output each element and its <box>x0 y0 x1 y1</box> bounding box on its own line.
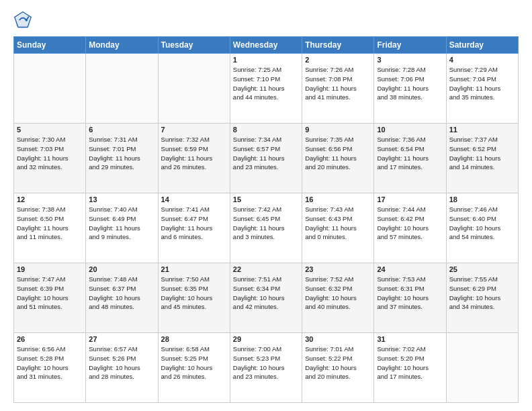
calendar-cell: 29Sunrise: 7:00 AM Sunset: 5:23 PM Dayli… <box>230 333 302 403</box>
day-info: Sunrise: 7:46 AM Sunset: 6:40 PM Dayligh… <box>449 205 515 242</box>
calendar-cell: 28Sunrise: 6:58 AM Sunset: 5:25 PM Dayli… <box>158 333 230 403</box>
day-number: 9 <box>305 126 371 134</box>
day-info: Sunrise: 7:48 AM Sunset: 6:37 PM Dayligh… <box>89 275 154 312</box>
day-info: Sunrise: 7:38 AM Sunset: 6:50 PM Dayligh… <box>17 205 83 242</box>
calendar-week-row: 1Sunrise: 7:25 AM Sunset: 7:10 PM Daylig… <box>14 54 519 124</box>
day-number: 30 <box>305 335 371 343</box>
day-number: 1 <box>233 56 299 64</box>
calendar-header-row: SundayMondayTuesdayWednesdayThursdayFrid… <box>14 37 519 54</box>
calendar-cell: 30Sunrise: 7:01 AM Sunset: 5:22 PM Dayli… <box>302 333 374 403</box>
calendar-header-thursday: Thursday <box>302 37 374 54</box>
day-info: Sunrise: 6:56 AM Sunset: 5:28 PM Dayligh… <box>17 345 83 381</box>
calendar-cell <box>14 54 86 124</box>
day-info: Sunrise: 7:34 AM Sunset: 6:57 PM Dayligh… <box>233 135 299 172</box>
header <box>13 11 519 30</box>
day-number: 17 <box>377 195 443 203</box>
calendar-header-monday: Monday <box>86 37 158 54</box>
calendar-cell: 19Sunrise: 7:47 AM Sunset: 6:39 PM Dayli… <box>14 263 86 333</box>
day-number: 11 <box>449 126 515 134</box>
day-number: 19 <box>17 265 83 273</box>
day-number: 3 <box>377 56 443 64</box>
calendar-cell: 6Sunrise: 7:31 AM Sunset: 7:01 PM Daylig… <box>86 124 158 193</box>
day-info: Sunrise: 7:30 AM Sunset: 7:03 PM Dayligh… <box>17 135 83 172</box>
calendar-cell: 27Sunrise: 6:57 AM Sunset: 5:26 PM Dayli… <box>86 333 158 403</box>
calendar-cell: 1Sunrise: 7:25 AM Sunset: 7:10 PM Daylig… <box>230 54 302 124</box>
day-info: Sunrise: 7:55 AM Sunset: 6:29 PM Dayligh… <box>449 275 515 312</box>
calendar-week-row: 12Sunrise: 7:38 AM Sunset: 6:50 PM Dayli… <box>14 193 519 263</box>
calendar-cell: 11Sunrise: 7:37 AM Sunset: 6:52 PM Dayli… <box>446 124 518 193</box>
svg-point-2 <box>26 19 28 21</box>
day-info: Sunrise: 7:02 AM Sunset: 5:20 PM Dayligh… <box>377 345 443 381</box>
calendar-cell: 7Sunrise: 7:32 AM Sunset: 6:59 PM Daylig… <box>158 124 230 193</box>
calendar-cell: 26Sunrise: 6:56 AM Sunset: 5:28 PM Dayli… <box>14 333 86 403</box>
day-info: Sunrise: 7:44 AM Sunset: 6:42 PM Dayligh… <box>377 205 443 242</box>
calendar-cell <box>446 333 518 403</box>
day-info: Sunrise: 7:36 AM Sunset: 6:54 PM Dayligh… <box>377 135 443 172</box>
day-number: 15 <box>233 195 299 203</box>
day-number: 12 <box>17 195 83 203</box>
calendar-table: SundayMondayTuesdayWednesdayThursdayFrid… <box>13 36 519 403</box>
day-number: 2 <box>305 56 371 64</box>
calendar-cell: 25Sunrise: 7:55 AM Sunset: 6:29 PM Dayli… <box>446 263 518 333</box>
day-number: 27 <box>89 335 154 343</box>
day-number: 14 <box>161 195 227 203</box>
calendar-header-saturday: Saturday <box>446 37 518 54</box>
calendar-cell: 13Sunrise: 7:40 AM Sunset: 6:49 PM Dayli… <box>86 193 158 263</box>
calendar-week-row: 26Sunrise: 6:56 AM Sunset: 5:28 PM Dayli… <box>14 333 519 403</box>
day-info: Sunrise: 7:25 AM Sunset: 7:10 PM Dayligh… <box>233 65 299 102</box>
calendar-header-tuesday: Tuesday <box>158 37 230 54</box>
day-number: 6 <box>89 126 154 134</box>
day-info: Sunrise: 6:57 AM Sunset: 5:26 PM Dayligh… <box>89 345 154 381</box>
calendar-cell: 23Sunrise: 7:52 AM Sunset: 6:32 PM Dayli… <box>302 263 374 333</box>
day-number: 21 <box>161 265 227 273</box>
calendar-cell: 31Sunrise: 7:02 AM Sunset: 5:20 PM Dayli… <box>374 333 446 403</box>
calendar-header-friday: Friday <box>374 37 446 54</box>
day-info: Sunrise: 7:00 AM Sunset: 5:23 PM Dayligh… <box>233 345 299 381</box>
day-info: Sunrise: 7:31 AM Sunset: 7:01 PM Dayligh… <box>89 135 154 172</box>
calendar-cell: 2Sunrise: 7:26 AM Sunset: 7:08 PM Daylig… <box>302 54 374 124</box>
day-info: Sunrise: 7:32 AM Sunset: 6:59 PM Dayligh… <box>161 135 227 172</box>
day-info: Sunrise: 6:58 AM Sunset: 5:25 PM Dayligh… <box>161 345 227 381</box>
day-info: Sunrise: 7:53 AM Sunset: 6:31 PM Dayligh… <box>377 275 443 312</box>
day-number: 7 <box>161 126 227 134</box>
calendar-cell: 16Sunrise: 7:43 AM Sunset: 6:43 PM Dayli… <box>302 193 374 263</box>
day-number: 16 <box>305 195 371 203</box>
day-number: 24 <box>377 265 443 273</box>
calendar-cell: 3Sunrise: 7:28 AM Sunset: 7:06 PM Daylig… <box>374 54 446 124</box>
day-number: 23 <box>305 265 371 273</box>
calendar-cell: 9Sunrise: 7:35 AM Sunset: 6:56 PM Daylig… <box>302 124 374 193</box>
calendar-cell <box>86 54 158 124</box>
day-info: Sunrise: 7:26 AM Sunset: 7:08 PM Dayligh… <box>305 65 371 102</box>
day-number: 20 <box>89 265 154 273</box>
day-number: 28 <box>161 335 227 343</box>
calendar-cell: 20Sunrise: 7:48 AM Sunset: 6:37 PM Dayli… <box>86 263 158 333</box>
calendar-header-sunday: Sunday <box>14 37 86 54</box>
day-number: 5 <box>17 126 83 134</box>
day-info: Sunrise: 7:47 AM Sunset: 6:39 PM Dayligh… <box>17 275 83 312</box>
calendar-cell: 17Sunrise: 7:44 AM Sunset: 6:42 PM Dayli… <box>374 193 446 263</box>
day-number: 10 <box>377 126 443 134</box>
calendar-cell: 12Sunrise: 7:38 AM Sunset: 6:50 PM Dayli… <box>14 193 86 263</box>
page: SundayMondayTuesdayWednesdayThursdayFrid… <box>0 0 532 411</box>
day-info: Sunrise: 7:41 AM Sunset: 6:47 PM Dayligh… <box>161 205 227 242</box>
day-info: Sunrise: 7:52 AM Sunset: 6:32 PM Dayligh… <box>305 275 371 312</box>
calendar-cell: 15Sunrise: 7:42 AM Sunset: 6:45 PM Dayli… <box>230 193 302 263</box>
day-info: Sunrise: 7:29 AM Sunset: 7:04 PM Dayligh… <box>449 65 515 102</box>
day-info: Sunrise: 7:37 AM Sunset: 6:52 PM Dayligh… <box>449 135 515 172</box>
calendar-cell <box>158 54 230 124</box>
calendar-cell: 8Sunrise: 7:34 AM Sunset: 6:57 PM Daylig… <box>230 124 302 193</box>
calendar-cell: 4Sunrise: 7:29 AM Sunset: 7:04 PM Daylig… <box>446 54 518 124</box>
logo <box>13 11 35 30</box>
calendar-cell: 24Sunrise: 7:53 AM Sunset: 6:31 PM Dayli… <box>374 263 446 333</box>
day-number: 26 <box>17 335 83 343</box>
day-number: 18 <box>449 195 515 203</box>
day-number: 4 <box>449 56 515 64</box>
calendar-cell: 18Sunrise: 7:46 AM Sunset: 6:40 PM Dayli… <box>446 193 518 263</box>
day-number: 8 <box>233 126 299 134</box>
day-number: 25 <box>449 265 515 273</box>
calendar-week-row: 19Sunrise: 7:47 AM Sunset: 6:39 PM Dayli… <box>14 263 519 333</box>
calendar-cell: 22Sunrise: 7:51 AM Sunset: 6:34 PM Dayli… <box>230 263 302 333</box>
calendar-header-wednesday: Wednesday <box>230 37 302 54</box>
calendar-cell: 5Sunrise: 7:30 AM Sunset: 7:03 PM Daylig… <box>14 124 86 193</box>
calendar-cell: 14Sunrise: 7:41 AM Sunset: 6:47 PM Dayli… <box>158 193 230 263</box>
